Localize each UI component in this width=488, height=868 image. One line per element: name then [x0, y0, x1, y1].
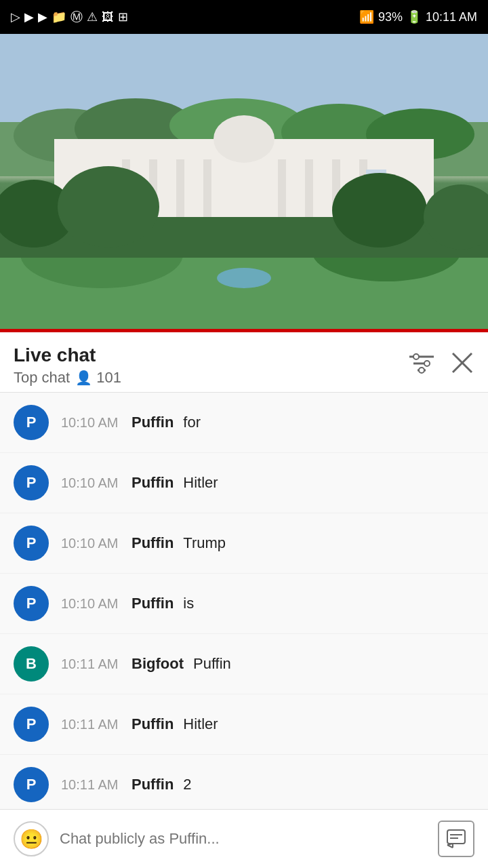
- chat-message-row: B 10:11 AM Bigfoot Puffin: [0, 634, 488, 694]
- folder-icon: 📁: [52, 9, 66, 24]
- svg-line-40: [447, 845, 453, 848]
- message-time: 10:10 AM: [61, 415, 122, 431]
- svg-point-32: [413, 354, 419, 359]
- message-time: 10:11 AM: [61, 656, 122, 672]
- send-icon: [446, 829, 466, 849]
- wifi-icon: 📶: [359, 9, 374, 24]
- message-author: Puffin: [131, 715, 174, 733]
- message-text: 2: [183, 776, 191, 793]
- video-player[interactable]: [0, 34, 488, 332]
- status-icons-left: ▷ ▶ ▶ 📁 Ⓜ ⚠ 🖼 ⊞: [11, 9, 128, 25]
- viewer-count: 👤 101: [75, 369, 121, 387]
- live-chat-title-area: Live chat Top chat 👤 101: [14, 344, 121, 387]
- status-bar: ▷ ▶ ▶ 📁 Ⓜ ⚠ 🖼 ⊞ 📶 93% 🔋 10:11 AM: [0, 0, 488, 34]
- svg-rect-15: [305, 159, 313, 220]
- top-chat-row: Top chat 👤 101: [14, 369, 121, 387]
- message-time: 10:10 AM: [61, 596, 122, 612]
- message-content: 10:11 AM Puffin 2: [61, 776, 474, 793]
- avatar: P: [14, 405, 49, 440]
- chat-input-bar: 😐: [0, 809, 488, 868]
- message-author: Puffin: [131, 474, 174, 492]
- message-text: Hitler: [183, 474, 218, 492]
- svg-point-23: [217, 268, 271, 288]
- svg-point-27: [332, 173, 427, 248]
- header-actions: [409, 351, 474, 380]
- chat-message-row: P 10:10 AM Puffin Trump: [0, 513, 488, 574]
- avatar: P: [14, 465, 49, 500]
- emoji-button[interactable]: 😐: [14, 821, 49, 856]
- battery-percent: 93%: [378, 10, 403, 24]
- battery-icon: 🔋: [407, 9, 422, 24]
- live-chat-container: Live chat Top chat 👤 101: [0, 332, 488, 868]
- send-button[interactable]: [438, 821, 474, 857]
- filter-icon[interactable]: [409, 353, 434, 378]
- emoji-icon: 😐: [20, 828, 43, 850]
- live-chat-header: Live chat Top chat 👤 101: [0, 332, 488, 393]
- message-text: Hitler: [183, 715, 218, 733]
- message-time: 10:11 AM: [61, 717, 122, 732]
- svg-point-33: [424, 361, 430, 366]
- close-button[interactable]: [450, 351, 474, 380]
- chat-messages-list: P 10:10 AM Puffin for P 10:10 AM Puffin …: [0, 393, 488, 868]
- message-author: Puffin: [131, 414, 174, 431]
- message-time: 10:10 AM: [61, 536, 122, 551]
- video-background: [0, 34, 488, 332]
- status-icons-right: 📶 93% 🔋 10:11 AM: [359, 9, 477, 24]
- time-display: 10:11 AM: [426, 10, 477, 24]
- avatar: P: [14, 767, 49, 802]
- youtube-icon: ▶: [24, 9, 34, 24]
- live-chat-title: Live chat: [14, 344, 121, 366]
- message-content: 10:11 AM Bigfoot Puffin: [61, 655, 474, 673]
- svg-rect-9: [234, 139, 254, 159]
- mask-icon: Ⓜ: [70, 9, 83, 25]
- viewer-icon: 👤: [75, 370, 92, 386]
- chat-message-row: P 10:11 AM Puffin 2: [0, 755, 488, 815]
- message-text: for: [183, 414, 201, 431]
- message-content: 10:10 AM Puffin Hitler: [61, 474, 474, 492]
- chat-message-row: P 10:10 AM Puffin for: [0, 393, 488, 453]
- alert-icon: ⚠: [87, 9, 98, 24]
- message-text: Puffin: [193, 655, 231, 673]
- grid-icon: ⊞: [118, 9, 128, 24]
- svg-rect-13: [203, 159, 211, 220]
- chat-message-row: P 10:11 AM Puffin Hitler: [0, 694, 488, 755]
- avatar: P: [14, 526, 49, 561]
- svg-rect-14: [278, 159, 286, 220]
- avatar: B: [14, 646, 49, 682]
- message-content: 10:10 AM Puffin for: [61, 414, 474, 431]
- video-frame: [0, 34, 488, 332]
- viewer-count-number: 101: [96, 369, 121, 387]
- svg-rect-37: [447, 830, 465, 844]
- message-content: 10:10 AM Puffin Trump: [61, 534, 474, 552]
- message-time: 10:10 AM: [61, 475, 122, 491]
- play-icon: ▷: [11, 9, 20, 24]
- chat-input-field[interactable]: [60, 830, 427, 848]
- avatar: P: [14, 707, 49, 742]
- svg-point-34: [419, 368, 424, 373]
- video-progress-bar[interactable]: [0, 329, 488, 332]
- svg-rect-12: [176, 159, 184, 220]
- message-content: 10:10 AM Puffin is: [61, 595, 474, 612]
- top-chat-label[interactable]: Top chat: [14, 369, 70, 387]
- chat-message-row: P 10:10 AM Puffin is: [0, 574, 488, 634]
- message-content: 10:11 AM Puffin Hitler: [61, 715, 474, 733]
- message-author: Puffin: [131, 534, 174, 552]
- image-icon: 🖼: [102, 10, 114, 24]
- message-author: Bigfoot: [131, 655, 184, 673]
- chat-message-row: P 10:10 AM Puffin Hitler: [0, 453, 488, 513]
- avatar: P: [14, 586, 49, 621]
- youtube2-icon: ▶: [38, 9, 47, 24]
- message-text: is: [183, 595, 194, 612]
- message-text: Trump: [183, 534, 226, 552]
- message-time: 10:11 AM: [61, 777, 122, 793]
- svg-point-26: [58, 166, 159, 248]
- message-author: Puffin: [131, 595, 174, 612]
- message-author: Puffin: [131, 776, 174, 793]
